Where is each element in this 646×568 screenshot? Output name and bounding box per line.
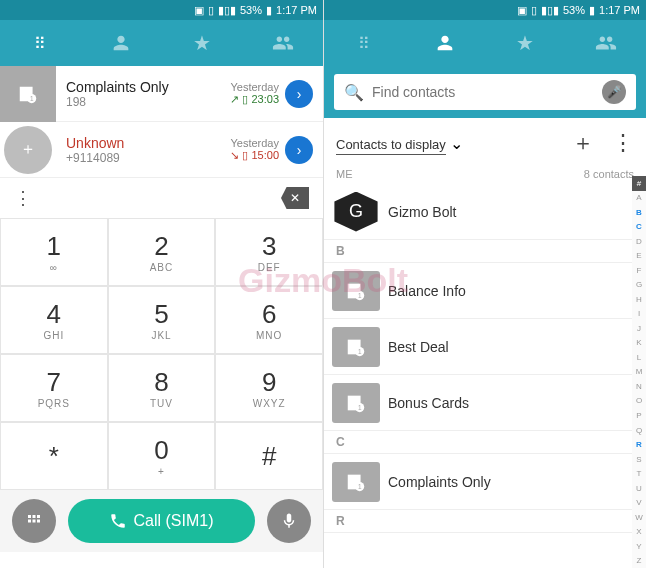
- key-4[interactable]: 4GHI: [0, 286, 108, 354]
- index-letter[interactable]: F: [637, 263, 642, 278]
- key-number: *: [49, 441, 59, 472]
- index-letter[interactable]: Q: [636, 423, 642, 438]
- keypad: 1∞2ABC3DEF4GHI5JKL6MNO7PQRS8TUV9WXYZ*0+#: [0, 218, 323, 490]
- index-letter[interactable]: K: [636, 336, 641, 351]
- tab-favorites[interactable]: ★: [162, 20, 243, 66]
- index-letter[interactable]: N: [636, 379, 642, 394]
- contact-card-icon: 1: [332, 383, 380, 423]
- filter-row: Contacts to display ⌄ ＋ ⋮: [324, 118, 646, 164]
- tab-favorites[interactable]: ★: [485, 20, 566, 66]
- tab-groups[interactable]: [566, 20, 647, 66]
- contact-name: Bonus Cards: [388, 395, 469, 411]
- contact-name: Gizmo Bolt: [388, 204, 456, 220]
- call-meta: Yesterday ↗ ▯ 23:03: [230, 81, 285, 106]
- contact-card-icon: 1: [332, 462, 380, 502]
- contact-row[interactable]: 1Best Deal: [324, 319, 646, 375]
- tab-keypad[interactable]: ⠿: [324, 20, 405, 66]
- index-letter[interactable]: I: [638, 307, 640, 322]
- avatar: G: [332, 192, 380, 232]
- call-row[interactable]: 1 Complaints Only 198 Yesterday ↗ ▯ 23:0…: [0, 66, 323, 122]
- battery-icon: ▮: [266, 4, 272, 17]
- index-letter[interactable]: V: [636, 495, 641, 510]
- key-number: 6: [262, 299, 276, 330]
- photo-icon: ▣: [517, 4, 527, 17]
- tab-contacts[interactable]: [81, 20, 162, 66]
- contact-row[interactable]: 1Complaints Only: [324, 454, 646, 510]
- index-letter[interactable]: T: [637, 466, 642, 481]
- search-bar[interactable]: 🔍 🎤: [334, 74, 636, 110]
- svg-rect-3: [33, 515, 36, 518]
- key-1[interactable]: 1∞: [0, 218, 108, 286]
- add-contact-button[interactable]: ＋: [572, 128, 594, 158]
- voice-search-button[interactable]: 🎤: [602, 80, 626, 104]
- tab-keypad[interactable]: ⠿: [0, 20, 81, 66]
- key-2[interactable]: 2ABC: [108, 218, 216, 286]
- index-letter[interactable]: C: [636, 220, 642, 235]
- key-7[interactable]: 7PQRS: [0, 354, 108, 422]
- index-letter[interactable]: O: [636, 394, 642, 409]
- contacts-count: 8 contacts: [584, 168, 634, 180]
- search-input[interactable]: [372, 84, 602, 100]
- backspace-button[interactable]: ✕: [281, 187, 309, 209]
- call-sub: +9114089: [66, 151, 230, 165]
- index-letter[interactable]: S: [636, 452, 641, 467]
- index-letter[interactable]: X: [636, 524, 641, 539]
- contact-name: Complaints Only: [388, 474, 491, 490]
- index-letter[interactable]: H: [636, 292, 642, 307]
- key-number: 4: [47, 299, 61, 330]
- key-letters: ABC: [150, 262, 174, 273]
- index-letter[interactable]: Z: [637, 553, 642, 568]
- call-detail-button[interactable]: ›: [285, 80, 313, 108]
- key-*[interactable]: *: [0, 422, 108, 490]
- index-letter[interactable]: E: [636, 249, 641, 264]
- index-letter[interactable]: Y: [636, 539, 641, 554]
- call-title: Complaints Only: [66, 79, 230, 95]
- key-6[interactable]: 6MNO: [215, 286, 323, 354]
- index-letter[interactable]: G: [636, 278, 642, 293]
- call-button[interactable]: Call (SIM1): [68, 499, 255, 543]
- svg-text:1: 1: [358, 292, 362, 299]
- index-letter[interactable]: M: [636, 365, 643, 380]
- me-section-header: ME 8 contacts: [324, 164, 646, 184]
- index-letter[interactable]: L: [637, 350, 641, 365]
- tab-contacts[interactable]: [405, 20, 486, 66]
- index-letter[interactable]: W: [635, 510, 643, 525]
- index-letter[interactable]: #: [632, 176, 646, 191]
- tab-groups[interactable]: [242, 20, 323, 66]
- key-8[interactable]: 8TUV: [108, 354, 216, 422]
- voice-button[interactable]: [267, 499, 311, 543]
- index-letter[interactable]: U: [636, 481, 642, 496]
- key-0[interactable]: 0+: [108, 422, 216, 490]
- contacts-filter-dropdown[interactable]: Contacts to display ⌄: [336, 134, 463, 153]
- index-letter[interactable]: D: [636, 234, 642, 249]
- contact-row[interactable]: 1Balance Info: [324, 263, 646, 319]
- add-contact-icon[interactable]: ＋: [4, 126, 52, 174]
- key-9[interactable]: 9WXYZ: [215, 354, 323, 422]
- contacts-list[interactable]: G Gizmo Bolt B1Balance Info1Best Deal1Bo…: [324, 184, 646, 568]
- dialer-screen: ▣ ▯ ▮▯▮ 53% ▮ 1:17 PM ⠿ ★ 1 Complaints O…: [0, 0, 323, 568]
- key-5[interactable]: 5JKL: [108, 286, 216, 354]
- battery-icon: ▮: [589, 4, 595, 17]
- me-contact-row[interactable]: G Gizmo Bolt: [324, 184, 646, 240]
- index-letter[interactable]: J: [637, 321, 641, 336]
- svg-text:1: 1: [30, 95, 34, 102]
- key-#[interactable]: #: [215, 422, 323, 490]
- alpha-index[interactable]: #ABCDEFGHIJKLMNOPQRSTUVWXYZ: [632, 176, 646, 568]
- dialpad-toggle-button[interactable]: [12, 499, 56, 543]
- key-letters: TUV: [150, 398, 173, 409]
- index-letter[interactable]: B: [636, 205, 642, 220]
- call-detail-button[interactable]: ›: [285, 136, 313, 164]
- group-header: R: [324, 510, 646, 533]
- key-3[interactable]: 3DEF: [215, 218, 323, 286]
- index-letter[interactable]: P: [636, 408, 641, 423]
- svg-text:1: 1: [358, 483, 362, 490]
- key-letters: JKL: [151, 330, 171, 341]
- index-letter[interactable]: A: [636, 191, 641, 206]
- call-row[interactable]: ＋ Unknown +9114089 Yesterday ↘ ▯ 15:00 ›: [0, 122, 323, 178]
- key-number: 7: [47, 367, 61, 398]
- more-menu-icon[interactable]: ⋮: [14, 187, 32, 209]
- signal-icon: ▮▯▮: [541, 4, 559, 17]
- index-letter[interactable]: R: [636, 437, 642, 452]
- overflow-menu-button[interactable]: ⋮: [612, 130, 634, 156]
- contact-row[interactable]: 1Bonus Cards: [324, 375, 646, 431]
